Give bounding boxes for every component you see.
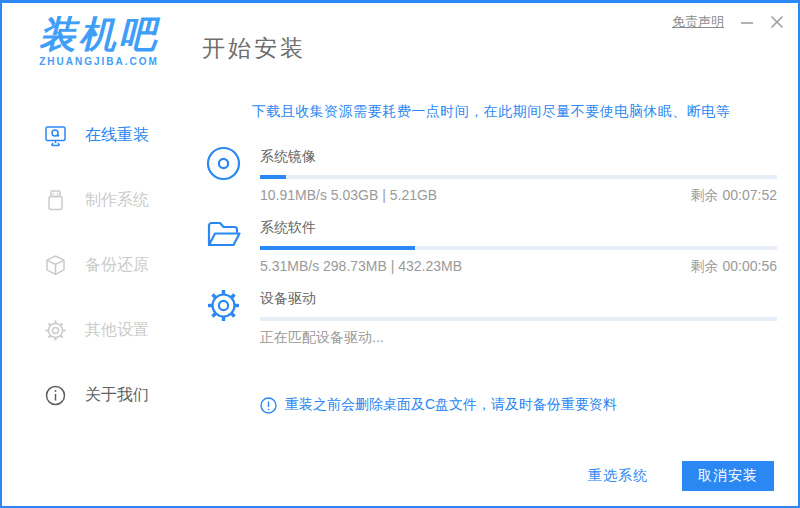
progress-bar	[260, 246, 777, 250]
sidebar-item-online-reinstall[interactable]: 在线重装	[2, 103, 194, 168]
install-progress-panel: 下载且收集资源需要耗费一点时间，在此期间尽量不要使电脑休眠、断电等 系统镜像 1…	[205, 103, 777, 358]
sidebar-item-label: 关于我们	[85, 385, 149, 406]
sidebar-item-make-system[interactable]: 制作系统	[2, 168, 194, 233]
sidebar: 在线重装 制作系统 备份还原	[2, 103, 194, 428]
app-logo-text: 装机吧	[24, 11, 174, 59]
sidebar-item-label: 在线重装	[85, 125, 149, 146]
progress-bar-fill	[260, 175, 286, 179]
sidebar-item-backup-restore[interactable]: 备份还原	[2, 233, 194, 298]
backup-cube-icon	[44, 254, 67, 277]
titlebar-controls: 免责声明	[672, 13, 784, 31]
task-title: 系统镜像	[260, 148, 777, 166]
task-device-driver: 设备驱动 正在匹配设备驱动...	[205, 287, 777, 347]
sidebar-item-about-us[interactable]: 关于我们	[2, 363, 194, 428]
backup-warning-note: 重装之前会删除桌面及C盘文件，请及时备份重要资料	[260, 396, 617, 414]
info-icon	[44, 384, 67, 407]
sidebar-item-label: 备份还原	[85, 255, 149, 276]
download-notice: 下载且收集资源需要耗费一点时间，在此期间尽量不要使电脑休眠、断电等	[205, 103, 777, 121]
progress-bar	[260, 175, 777, 179]
task-title: 设备驱动	[260, 290, 777, 308]
sidebar-item-label: 其他设置	[85, 320, 149, 341]
installer-window: { "window": { "logo_text": "装机吧", "logo_…	[0, 0, 800, 508]
task-title: 系统软件	[260, 219, 777, 237]
task-speed-stats: 5.31MB/s 298.73MB | 432.23MB	[260, 258, 462, 276]
disc-icon	[205, 145, 242, 182]
minimize-button[interactable]	[740, 15, 754, 29]
backup-warning-text: 重装之前会删除桌面及C盘文件，请及时备份重要资料	[285, 396, 617, 414]
exclamation-circle-icon	[260, 397, 277, 414]
gear-icon	[44, 319, 67, 342]
cancel-install-button[interactable]: 取消安装	[682, 461, 774, 491]
close-icon	[770, 15, 784, 29]
disclaimer-link[interactable]: 免责声明	[672, 13, 724, 31]
app-logo-subtext: ZHUANGJIBA.COM	[24, 56, 174, 67]
minimize-icon	[740, 15, 754, 29]
app-logo: 装机吧 ZHUANGJIBA.COM	[24, 11, 174, 67]
footer-actions: 重选系统 取消安装	[588, 461, 774, 491]
sidebar-item-label: 制作系统	[85, 190, 149, 211]
reselect-system-button[interactable]: 重选系统	[588, 467, 648, 485]
task-time-remaining: 剩余 00:07:52	[691, 187, 777, 205]
close-button[interactable]	[770, 15, 784, 29]
page-title: 开始安装	[202, 33, 306, 64]
usb-icon	[44, 189, 67, 212]
task-time-remaining: 剩余 00:00:56	[691, 258, 777, 276]
monitor-icon	[44, 124, 67, 147]
gear-icon	[205, 287, 242, 324]
task-system-image: 系统镜像 10.91MB/s 5.03GB | 5.21GB 剩余 00:07:…	[205, 145, 777, 205]
sidebar-item-other-settings[interactable]: 其他设置	[2, 298, 194, 363]
task-status-text: 正在匹配设备驱动...	[260, 329, 384, 347]
progress-bar	[260, 317, 777, 321]
task-speed-stats: 10.91MB/s 5.03GB | 5.21GB	[260, 187, 437, 205]
folder-icon	[205, 216, 242, 253]
progress-bar-fill	[260, 246, 415, 250]
task-system-software: 系统软件 5.31MB/s 298.73MB | 432.23MB 剩余 00:…	[205, 216, 777, 276]
